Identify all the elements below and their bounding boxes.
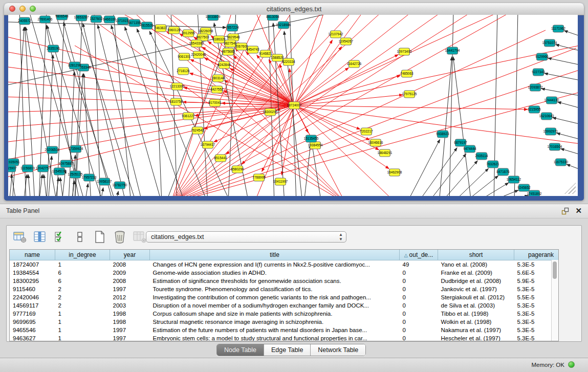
network-node[interactable]: 10975887 [59, 160, 74, 167]
network-node[interactable]: 20206516 [45, 146, 60, 154]
tab-network-table[interactable]: Network Table [311, 344, 365, 356]
table-selector-dropdown[interactable]: citations_edges.txt ▲▼ [146, 231, 346, 243]
table-row[interactable]: 2242004622012Investigating the contribut… [10, 293, 559, 301]
network-node[interactable]: 1810754 [169, 98, 183, 105]
column-header-year[interactable]: year [110, 250, 150, 260]
network-node[interactable]: 16794417 [201, 141, 215, 148]
network-node[interactable]: 7463822 [154, 25, 167, 32]
table-row[interactable]: 1456911722003Disruption of a novel membe… [10, 301, 559, 310]
network-node[interactable]: 7857224 [226, 24, 239, 31]
network-node[interactable]: 17975125 [402, 91, 417, 98]
network-node[interactable]: 8580290 [231, 166, 244, 173]
network-node[interactable]: 10411997 [273, 178, 288, 185]
network-node[interactable]: 22420046 [191, 51, 206, 58]
network-node[interactable]: 17359924 [69, 145, 83, 152]
network-node[interactable]: 9170041 [208, 99, 222, 106]
network-node[interactable]: 8960128 [167, 27, 181, 34]
network-node[interactable]: 17016504 [548, 143, 562, 150]
network-node[interactable]: 16441794 [445, 47, 460, 54]
network-node[interactable]: 6671355 [128, 19, 141, 27]
network-node[interactable]: 17957223 [82, 174, 97, 181]
network-node[interactable]: 6466160 [103, 16, 116, 23]
network-node[interactable]: 12107942 [329, 31, 343, 38]
network-node[interactable]: 9245652 [517, 184, 531, 191]
network-node[interactable]: 7202217 [360, 128, 373, 135]
float-panel-icon[interactable] [561, 207, 570, 215]
table-scrollbar[interactable] [551, 260, 558, 341]
network-node[interactable]: 11171962 [551, 25, 565, 32]
network-node[interactable]: 16462908 [387, 169, 402, 176]
network-node[interactable]: 8215955 [528, 106, 541, 113]
network-node[interactable]: 16046616 [368, 139, 383, 146]
table-row[interactable]: 1872400712008Changes of HCN gene express… [10, 260, 559, 269]
network-node[interactable]: 19958107 [97, 178, 112, 185]
network-node[interactable]: 11675330 [554, 159, 569, 166]
table-row[interactable]: 946554611997Estimation of the future num… [10, 326, 559, 334]
network-node[interactable]: 2635190 [47, 45, 60, 52]
network-node[interactable]: 16782750 [113, 182, 127, 189]
scrollbar-thumb[interactable] [553, 261, 557, 279]
select-all-icon[interactable] [53, 230, 67, 244]
network-node[interactable]: 9806548 [55, 15, 69, 20]
network-node[interactable]: 15135455 [304, 135, 319, 142]
network-node[interactable]: 2405572 [18, 17, 31, 25]
network-node[interactable]: 9129966 [535, 53, 549, 60]
network-node[interactable]: 2803144 [211, 75, 225, 82]
network-node[interactable]: 10654112 [507, 176, 521, 183]
network-node[interactable]: 8220334 [282, 58, 295, 65]
network-node[interactable]: 12213399 [170, 83, 185, 90]
network-node[interactable]: 8813054 [266, 15, 279, 20]
table-row[interactable]: 969969511998Structural magnetic resonanc… [10, 318, 559, 326]
tab-node-table[interactable]: Node Table [217, 344, 264, 356]
network-node[interactable]: 2718126 [177, 68, 190, 75]
close-panel-icon[interactable]: ✕ [575, 206, 582, 215]
column-header-in-degree[interactable]: in_degree [55, 250, 110, 260]
window-titlebar[interactable]: citations_edges.txt [4, 3, 584, 15]
network-node[interactable]: 8471676 [496, 168, 510, 176]
column-header-short[interactable]: short [438, 250, 514, 260]
network-node[interactable]: 27691406 [38, 16, 53, 23]
network-node[interactable]: 9875685 [222, 48, 235, 55]
network-node[interactable]: 7485063 [400, 70, 413, 77]
table-row[interactable]: 1938455462009Genome-wide association stu… [10, 269, 559, 277]
table-settings-icon[interactable] [13, 230, 27, 244]
table-row[interactable]: 946362711997Embryonic stem cells: a mode… [10, 334, 559, 341]
network-node[interactable]: 9474444 [463, 145, 476, 152]
column-header-title[interactable]: title [150, 250, 400, 260]
network-node[interactable]: 11642726 [347, 60, 362, 68]
delete-table-icon[interactable] [113, 230, 127, 244]
network-node[interactable]: 16210643 [539, 113, 554, 120]
network-node[interactable]: 8281298 [68, 62, 81, 69]
network-node[interactable]: 12444130 [545, 97, 559, 104]
column-visibility-icon[interactable] [33, 230, 47, 244]
network-node[interactable]: 16033809 [206, 15, 221, 20]
network-node[interactable]: 7815526 [140, 22, 154, 29]
network-node[interactable]: 15992971 [543, 128, 558, 135]
network-node[interactable]: 7788995 [252, 174, 266, 181]
table-row[interactable]: 977716911998Corpus callosum shape and si… [10, 310, 559, 318]
network-node[interactable]: 19218986 [276, 21, 291, 29]
network-node[interactable]: 10973493 [397, 48, 412, 55]
column-header-name[interactable]: name [10, 250, 55, 260]
network-node[interactable]: 9061301 [178, 53, 191, 60]
network-node[interactable]: 18724007 [287, 102, 302, 109]
column-header-pagerank[interactable]: pagerank [514, 250, 559, 260]
network-node[interactable]: 9146821 [259, 50, 272, 57]
new-table-icon[interactable] [93, 230, 107, 244]
network-node[interactable]: 1527602 [90, 15, 103, 23]
network-node[interactable]: 11954267 [339, 38, 354, 45]
unselect-all-icon[interactable] [73, 230, 87, 244]
tab-edge-table[interactable]: Edge Table [264, 344, 311, 356]
network-node[interactable]: 2935114 [475, 152, 488, 160]
network-node[interactable]: 12505135 [68, 171, 83, 178]
network-node[interactable]: 18300295 [263, 108, 278, 116]
network-node[interactable]: 12042757 [36, 165, 51, 172]
table-row[interactable]: 911546021997Tourette syndrome. Phenomeno… [10, 285, 559, 293]
network-node[interactable]: 9361227 [182, 113, 195, 120]
network-node[interactable]: 8912955 [182, 30, 195, 37]
column-header-out-de-[interactable]: △out_de... [400, 250, 438, 260]
network-node[interactable]: 11545190 [52, 168, 67, 175]
network-node[interactable]: 9242844 [217, 61, 231, 69]
network-node[interactable]: 19384554 [308, 142, 323, 149]
network-node[interactable]: 3915907 [8, 165, 17, 172]
